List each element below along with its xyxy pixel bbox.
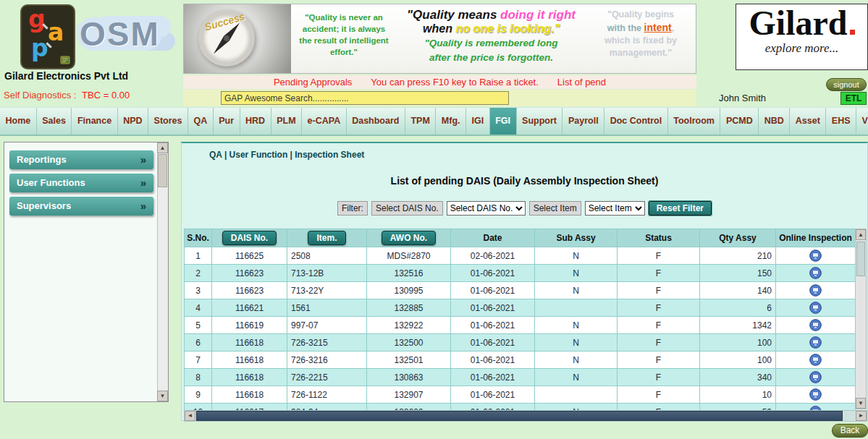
sidebar-item-user-functions[interactable]: User Functions» xyxy=(9,174,153,192)
tab-stores[interactable]: Stores xyxy=(148,108,188,135)
cell-online-inspection xyxy=(776,282,856,299)
cell-item: 726-3216 xyxy=(287,351,367,369)
column-header-online-inspection: Online Inspection xyxy=(776,229,856,247)
cell-sub-assy: N xyxy=(535,282,618,299)
cell-sno: 4 xyxy=(185,299,212,317)
table-vertical-scrollbar[interactable]: ▲ ▼ xyxy=(855,229,867,409)
tab-payroll[interactable]: Payroll xyxy=(562,108,604,135)
announcement-marquee: Pending Approvals You can press F10 key … xyxy=(183,75,696,89)
cell-status: F xyxy=(618,282,700,299)
quote-line: "Quality is remembered long xyxy=(397,38,586,50)
marquee-segment: You can press F10 key to Raise a ticket. xyxy=(371,77,538,88)
item-filter-select[interactable]: Select Item xyxy=(585,201,645,216)
online-inspection-icon[interactable] xyxy=(809,284,822,297)
cell-online-inspection xyxy=(776,334,856,351)
sidebar-scrollbar[interactable]: ▲ ▼ xyxy=(157,142,168,401)
horizontal-scrollbar-thumb[interactable] xyxy=(196,411,843,421)
online-inspection-icon[interactable] xyxy=(809,371,822,383)
tab-toolroom[interactable]: Toolroom xyxy=(668,108,721,135)
cell-item: 726-1122 xyxy=(287,386,367,404)
cell-status: F xyxy=(618,247,700,265)
table-scrollbar-thumb[interactable] xyxy=(856,242,865,276)
tab-ehs[interactable]: EHS xyxy=(826,108,856,135)
quote-line: when no one is looking." xyxy=(397,22,586,35)
etl-button[interactable]: ETL xyxy=(840,92,867,105)
tab-pcmd[interactable]: PCMD xyxy=(720,108,759,135)
online-inspection-icon[interactable] xyxy=(809,250,822,262)
online-inspection-icon[interactable] xyxy=(809,388,822,401)
online-inspection-icon[interactable] xyxy=(809,302,822,314)
sidebar-item-reportings[interactable]: Reportings» xyxy=(9,150,153,169)
main-panel: QA | User Function | Inspection Sheet Li… xyxy=(181,142,868,421)
column-header-status: Status xyxy=(618,229,700,247)
tab-sales[interactable]: Sales xyxy=(37,108,72,135)
cell-sno: 9 xyxy=(185,386,212,404)
quote-text: intent xyxy=(644,22,672,33)
online-inspection-icon[interactable] xyxy=(809,336,822,349)
sort-button-dais-no[interactable]: DAIS No. xyxy=(222,231,277,245)
table-row: 9116618726-112213290701-06-2021F10 xyxy=(185,386,856,404)
sidebar-scrollbar-thumb[interactable] xyxy=(158,154,167,187)
scroll-left-icon[interactable]: ◄ xyxy=(185,411,195,421)
cell-awo: 132501 xyxy=(367,351,451,369)
scroll-down-icon[interactable]: ▼ xyxy=(157,391,168,401)
tab-visitors[interactable]: Visitors xyxy=(856,108,868,135)
tab-support[interactable]: Support xyxy=(517,108,563,135)
sort-button-awo-no[interactable]: AWO No. xyxy=(382,231,436,245)
sidebar-item-supervisors[interactable]: Supervisors» xyxy=(9,197,153,216)
back-button[interactable]: Back xyxy=(832,424,868,438)
cell-online-inspection xyxy=(776,265,856,282)
table-body: 11166252508MDS#287002-06-2021NF210211662… xyxy=(185,247,856,412)
signout-button[interactable]: signout xyxy=(826,78,867,91)
online-inspection-icon[interactable] xyxy=(809,354,822,366)
cell-dais: 116625 xyxy=(212,247,287,265)
tab-dashboard[interactable]: Dashboard xyxy=(347,108,405,135)
cell-sub-assy: N xyxy=(535,265,618,282)
cell-item: 713-12B xyxy=(287,265,367,282)
tab-tpm[interactable]: TPM xyxy=(405,108,436,135)
tab-mfg[interactable]: Mfg. xyxy=(436,108,466,135)
dais-filter-select[interactable]: Select DAIS No. xyxy=(447,201,526,216)
cell-item: 726-2215 xyxy=(287,369,367,386)
search-input[interactable] xyxy=(221,91,509,105)
marquee-segment: List of pend xyxy=(557,77,606,88)
tab-nbd[interactable]: NBD xyxy=(759,108,790,135)
scroll-right-icon[interactable]: ► xyxy=(856,411,867,421)
tab-e-capa[interactable]: e-CAPA xyxy=(302,108,347,135)
sidebar-item-label: User Functions xyxy=(17,177,85,188)
tab-hrd[interactable]: HRD xyxy=(240,108,271,135)
tab-home[interactable]: Home xyxy=(0,108,37,135)
table-horizontal-scrollbar[interactable]: ◄ ► xyxy=(184,410,867,422)
cell-sub-assy xyxy=(535,299,618,317)
reset-filter-button[interactable]: Reset Filter xyxy=(649,201,712,216)
quote-line: "Quality means doing it right xyxy=(397,8,586,22)
cell-date: 02-06-2021 xyxy=(451,247,535,265)
tab-finance[interactable]: Finance xyxy=(72,108,117,135)
self-diagnostics-label: Self Diagnostics : xyxy=(4,90,76,101)
column-header-item[interactable]: Item. xyxy=(287,229,367,247)
tab-igi[interactable]: IGI xyxy=(466,108,490,135)
tab-doc-control[interactable]: Doc Control xyxy=(604,108,668,135)
tab-npd[interactable]: NPD xyxy=(118,108,148,135)
quote-text: "Quality means xyxy=(407,8,500,22)
tab-plm[interactable]: PLM xyxy=(271,108,302,135)
online-inspection-icon[interactable] xyxy=(809,267,822,279)
online-inspection-icon[interactable] xyxy=(809,319,822,331)
sidebar-item-label: Reportings xyxy=(17,154,67,165)
company-name: Gilard Electronics Pvt Ltd xyxy=(4,70,128,82)
scroll-down-icon[interactable]: ▼ xyxy=(856,398,866,409)
column-header-dais-no[interactable]: DAIS No. xyxy=(212,229,287,247)
osm-logo: OSM xyxy=(74,6,175,69)
tab-qa[interactable]: QA xyxy=(188,108,214,135)
tab-asset[interactable]: Asset xyxy=(790,108,826,135)
column-header-awo-no[interactable]: AWO No. xyxy=(367,229,451,247)
cell-online-inspection xyxy=(776,351,856,369)
tab-fgi[interactable]: FGI xyxy=(490,108,517,135)
cell-sub-assy: N xyxy=(535,317,618,334)
sort-button-item[interactable]: Item. xyxy=(308,231,345,245)
quote-right: "Quality begins with the intent, which i… xyxy=(586,4,696,73)
scroll-up-icon[interactable]: ▲ xyxy=(856,229,866,240)
column-header-sub-assy: Sub Assy xyxy=(535,229,618,247)
tab-pur[interactable]: Pur xyxy=(214,108,240,135)
scroll-up-icon[interactable]: ▲ xyxy=(157,142,168,153)
